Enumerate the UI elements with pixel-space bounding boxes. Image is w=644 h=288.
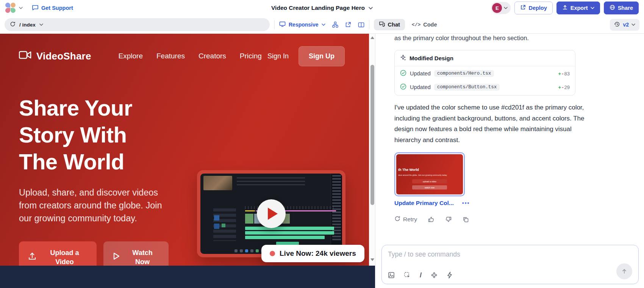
code-icon: </>	[412, 22, 420, 28]
diff-stats: +-83	[558, 71, 570, 77]
upload-icon	[562, 5, 568, 11]
hero-cta-row: Upload a Video Watch Now	[19, 241, 169, 266]
divider	[369, 20, 369, 29]
avatar: E	[492, 3, 502, 13]
monitor-icon	[279, 21, 286, 28]
deploy-button[interactable]: Deploy	[514, 2, 552, 14]
nav-creators[interactable]: Creators	[199, 52, 226, 60]
site-nav: Explore Features Creators Pricing	[119, 52, 262, 60]
upload-icon	[28, 252, 36, 263]
chat-panel: as the primary color throughout the hero…	[375, 34, 644, 288]
attach-image-icon[interactable]	[388, 272, 395, 279]
send-button[interactable]	[616, 263, 632, 279]
sign-up-button[interactable]: Sign Up	[299, 46, 345, 66]
message-actions: Retry	[394, 216, 591, 223]
chat-input[interactable]	[388, 250, 583, 258]
nav-features[interactable]: Features	[156, 52, 185, 60]
quick-actions-icon[interactable]	[447, 272, 453, 279]
sign-in-link[interactable]: Sign In	[267, 52, 289, 60]
chat-input-box[interactable]: /	[381, 245, 639, 284]
chevron-down-icon[interactable]	[369, 7, 373, 9]
assistant-message: I've updated the color scheme to use #cd…	[394, 102, 594, 146]
tab-chat[interactable]: Chat	[374, 19, 405, 30]
globe-icon	[610, 5, 615, 11]
hero-video-card	[197, 170, 345, 257]
live-now-badge: Live Now: 24k viewers	[261, 245, 364, 262]
app-logo-icon[interactable]	[5, 3, 16, 13]
play-icon	[113, 252, 120, 263]
version-label: v2	[623, 22, 629, 28]
diff-stats: +-29	[558, 85, 570, 90]
preview-scrollbar	[369, 34, 375, 266]
app-window: Video Creator Landing Page Hero Get Supp…	[0, 0, 644, 288]
version-thumbnail[interactable]: th The World deos around the globe. Join…	[394, 152, 465, 196]
route-path: / index	[19, 22, 36, 28]
video-camera-icon	[19, 50, 32, 63]
upload-video-button[interactable]: Upload a Video	[19, 241, 97, 266]
live-dot-icon	[270, 251, 275, 256]
file-update-row[interactable]: Updated components/Hero.tsx +-83	[395, 66, 575, 80]
file-path-chip: components/Hero.tsx	[434, 70, 494, 77]
topbar-right: E Deploy Export Share	[491, 2, 639, 14]
watch-now-button[interactable]: Watch Now	[103, 241, 169, 266]
get-support-link[interactable]: Get Support	[32, 5, 73, 12]
slash-command-icon[interactable]: /	[420, 271, 422, 279]
modified-design-card: Modified Design Updated components/Hero.…	[394, 50, 575, 95]
url-bar[interactable]: / index	[5, 18, 270, 31]
card-title: Modified Design	[410, 55, 453, 61]
export-button[interactable]: Export	[556, 2, 600, 14]
play-triangle-icon	[268, 208, 278, 220]
top-bar: Video Creator Landing Page Hero Get Supp…	[0, 0, 644, 16]
divider	[274, 20, 275, 29]
scroll-up-arrow[interactable]	[370, 36, 374, 39]
components-icon[interactable]	[431, 272, 438, 279]
play-button[interactable]	[257, 199, 286, 228]
version-label-link[interactable]: Update Primary Col...	[394, 200, 454, 207]
check-circle-icon	[400, 83, 406, 91]
split-view-icon[interactable]	[358, 22, 364, 28]
component-tree-icon[interactable]	[332, 22, 338, 28]
retry-button[interactable]: Retry	[394, 216, 417, 223]
version-menu-dots[interactable]: •••	[462, 200, 470, 206]
thumbs-up-button[interactable]	[428, 216, 435, 223]
workspace-chevron-icon[interactable]	[19, 7, 23, 9]
topbar-left: Get Support	[5, 3, 73, 13]
sparkles-icon	[400, 55, 406, 62]
share-button[interactable]: Share	[604, 2, 639, 14]
select-element-icon[interactable]	[404, 272, 411, 279]
chat-bubbles-icon	[379, 21, 385, 28]
hero-description: Upload, share, and discover videos from …	[19, 186, 170, 225]
nav-pricing[interactable]: Pricing	[240, 52, 262, 60]
nav-explore[interactable]: Explore	[119, 52, 143, 60]
tab-code[interactable]: </> Code	[412, 22, 437, 28]
version-mini-preview: th The World deos around the globe. Join…	[396, 154, 463, 194]
preview-toolbar: / index Responsive Chat </>	[0, 16, 644, 34]
check-circle-icon	[400, 70, 406, 77]
site-brand[interactable]: VideoShare	[19, 50, 91, 63]
file-update-row[interactable]: Updated components/Button.tsx +-29	[395, 80, 575, 95]
page-title: Video Creator Landing Page Hero	[271, 5, 365, 11]
refresh-icon[interactable]	[10, 21, 16, 28]
scroll-down-arrow[interactable]	[370, 258, 374, 261]
hero-heading: Share Your Story With The World	[19, 94, 132, 175]
retry-icon	[394, 216, 400, 223]
chat-bubble-icon	[32, 5, 39, 12]
assistant-message-clipped: as the primary color throughout the hero…	[394, 34, 591, 42]
responsive-mode-dropdown[interactable]: Responsive	[279, 21, 325, 28]
preview-next-section	[0, 266, 375, 288]
external-link-icon	[520, 5, 526, 11]
copy-button[interactable]	[463, 216, 469, 223]
file-path-chip: components/Button.tsx	[434, 84, 500, 91]
site-header: VideoShare Explore Features Creators Pri…	[19, 45, 345, 67]
thumbs-down-button[interactable]	[445, 216, 452, 223]
open-in-new-icon[interactable]	[345, 22, 351, 28]
account-menu[interactable]: E	[491, 2, 511, 14]
preview-panel: VideoShare Explore Features Creators Pri…	[0, 34, 375, 288]
scrollbar-thumb[interactable]	[370, 65, 374, 205]
preview-page-hero: VideoShare Explore Features Creators Pri…	[0, 34, 369, 266]
history-icon	[614, 21, 620, 28]
version-history-dropdown[interactable]: v2	[610, 19, 639, 31]
